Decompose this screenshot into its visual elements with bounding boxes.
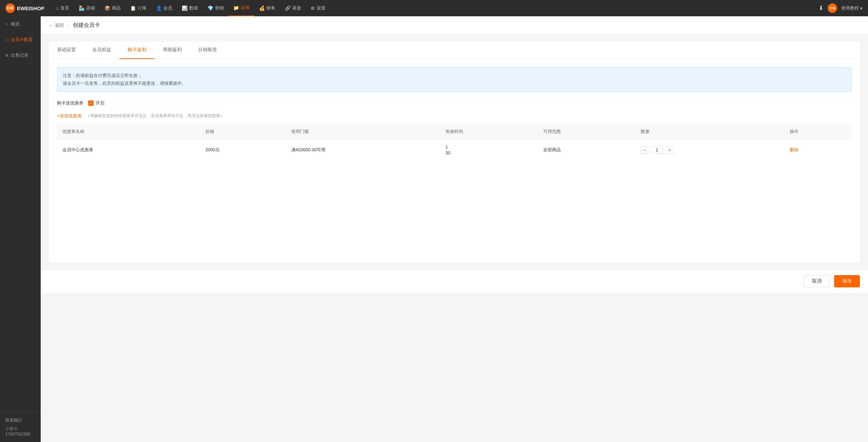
- cell-quantity: − 1 +: [635, 139, 784, 161]
- top-right-actions: ⬇ iTA 使用教程 ▾: [818, 3, 863, 13]
- main-content: ← 返回 | 创建会员卡 基础设置 会员权益 购卡返利 周期返利: [41, 16, 868, 442]
- col-scope: 可用范围: [538, 124, 635, 139]
- date-start: 1: [446, 145, 532, 150]
- contact-title: 联系我们: [5, 418, 35, 423]
- nav-orders[interactable]: 📋 订单: [125, 0, 151, 16]
- products-icon: 📦: [104, 5, 110, 11]
- home-icon: ⌂: [56, 5, 59, 11]
- download-icon[interactable]: ⬇: [818, 4, 824, 12]
- tab-member-benefits[interactable]: 会员权益: [84, 41, 119, 59]
- cell-threshold: 满¥20000.00可用: [286, 139, 440, 161]
- content-area: 基础设置 会员权益 购卡返利 周期返利 分销裂变 注意：此: [41, 35, 868, 269]
- top-navigation: EW EWEISHOP ⌂ 首页 🏪 店铺 📦 商品 📋 订单 👤 会员 📊 数…: [0, 0, 868, 16]
- quantity-control: − 1 +: [641, 146, 779, 154]
- apps-icon: 📁: [233, 5, 239, 11]
- finance-icon: 💰: [259, 5, 265, 11]
- contact-phone: 17667552398: [5, 432, 35, 437]
- channels-icon: 🔗: [285, 5, 291, 11]
- chevron-down-icon: ▾: [860, 6, 863, 11]
- orders-icon: 📋: [130, 5, 136, 11]
- sidebar-contact: 联系我们 小客斗 17667552398: [0, 412, 41, 442]
- sidebar-item-overview[interactable]: ○ 概览: [0, 16, 41, 32]
- coupon-table: 优惠券名称 价格 使用门槛 有效时间 可用范围 数量 操作 会员中心优惠券 20: [57, 124, 852, 161]
- purchase-coupon-row: 购卡送优惠券 ✓ 开启: [57, 100, 852, 106]
- table-row: 会员中心优惠券 2000元 满¥20000.00可用 1 30 全部商品: [57, 139, 852, 161]
- cell-action: 删除: [784, 139, 852, 161]
- avatar[interactable]: iTA: [828, 3, 837, 13]
- overview-icon: ○: [5, 21, 8, 27]
- nav-settings[interactable]: ⚙ 设置: [306, 0, 330, 16]
- sidebar-item-sales-records[interactable]: ≡ 出售记录: [0, 47, 41, 63]
- col-threshold: 使用门槛: [286, 124, 440, 139]
- table-header-row: 优惠券名称 价格 使用门槛 有效时间 可用范围 数量 操作: [57, 124, 852, 139]
- logo-icon: EW: [5, 3, 15, 13]
- add-coupon-button[interactable]: +添加优惠券 （请确保您送的的优惠券库存充足，若优惠券库存不足，将无法发放优惠券…: [57, 113, 852, 119]
- col-validity: 有效时间: [440, 124, 538, 139]
- notice-line1: 注意：此项权益在付费完成后立即生效；: [63, 72, 846, 79]
- nav-apps[interactable]: 📁 应用: [229, 0, 254, 16]
- cell-coupon-name: 会员中心优惠券: [57, 139, 200, 161]
- nav-finance[interactable]: 💰 财务: [254, 0, 280, 16]
- members-icon: 👤: [156, 5, 162, 11]
- brand-logo[interactable]: EW EWEISHOP: [5, 3, 44, 13]
- brand-name: EWEISHOP: [17, 5, 44, 11]
- tab-distribution[interactable]: 分销裂变: [190, 41, 225, 59]
- contact-name: 小客斗: [5, 426, 35, 432]
- nav-products[interactable]: 📦 商品: [100, 0, 125, 16]
- back-button[interactable]: ← 返回: [49, 22, 64, 28]
- add-coupon-hint: （请确保您送的的优惠券库存充足，若优惠券库存不足，将无法发放优惠券）: [86, 113, 224, 119]
- nav-data[interactable]: 📊 数据: [177, 0, 203, 16]
- membership-icon: □: [5, 37, 8, 42]
- col-price: 价格: [200, 124, 286, 139]
- col-quantity: 数量: [635, 124, 784, 139]
- settings-icon: ⚙: [311, 5, 315, 11]
- nav-marketing[interactable]: 💎 营销: [203, 0, 229, 16]
- nav-members[interactable]: 👤 会员: [151, 0, 177, 16]
- data-icon: 📊: [182, 5, 188, 11]
- tab-content-purchase-rebate: 注意：此项权益在付费完成后立即生效； 该会员卡一旦发售，此页的权益设置将不能更改…: [49, 59, 860, 263]
- back-arrow-icon: ←: [49, 23, 54, 28]
- col-name: 优惠券名称: [57, 124, 200, 139]
- tab-bar: 基础设置 会员权益 购卡返利 周期返利 分销裂变: [49, 41, 860, 59]
- cell-price: 2000元: [200, 139, 286, 161]
- save-button[interactable]: 保存: [834, 275, 860, 287]
- tab-cycle-rebate[interactable]: 周期返利: [155, 41, 190, 59]
- sidebar-item-membership-config[interactable]: □ 会员卡配置: [0, 32, 41, 47]
- delete-button[interactable]: 删除: [790, 147, 798, 152]
- purchase-coupon-checkbox[interactable]: ✓ 开启: [88, 100, 104, 106]
- page-header: ← 返回 | 创建会员卡: [41, 16, 868, 35]
- col-action: 操作: [784, 124, 852, 139]
- cell-validity: 1 30: [440, 139, 538, 161]
- nav-store[interactable]: 🏪 店铺: [74, 0, 100, 16]
- cell-scope: 全部商品: [538, 139, 635, 161]
- tab-basic-settings[interactable]: 基础设置: [49, 41, 84, 59]
- page-title: 创建会员卡: [73, 22, 100, 29]
- notice-box: 注意：此项权益在付费完成后立即生效； 该会员卡一旦发售，此页的权益设置将不能更改…: [57, 67, 852, 92]
- page-footer: 取消 保存: [41, 269, 868, 293]
- date-end: 30: [446, 150, 532, 155]
- sidebar: ○ 概览 □ 会员卡配置 ≡ 出售记录 联系我们 小客斗 17667552398: [0, 16, 41, 442]
- date-range: 1 30: [446, 145, 532, 155]
- nav-home[interactable]: ⌂ 首页: [51, 0, 74, 16]
- quantity-decrease-button[interactable]: −: [641, 146, 648, 154]
- marketing-icon: 💎: [208, 5, 213, 11]
- store-icon: 🏪: [79, 5, 84, 11]
- tab-purchase-rebate[interactable]: 购卡返利: [119, 41, 155, 59]
- checkbox-label: 开启: [96, 100, 104, 106]
- records-icon: ≡: [5, 53, 8, 58]
- purchase-coupon-label: 购卡送优惠券: [57, 100, 84, 106]
- nav-channels[interactable]: 🔗 渠道: [280, 0, 306, 16]
- cancel-button[interactable]: 取消: [804, 275, 830, 287]
- notice-line2: 该会员卡一旦发售，此页的权益设置将不能更改，请慎重操作。: [63, 79, 846, 87]
- user-guide-btn[interactable]: 使用教程 ▾: [841, 5, 863, 11]
- quantity-increase-button[interactable]: +: [666, 146, 673, 154]
- checkbox-checked-icon: ✓: [88, 100, 94, 106]
- quantity-value: 1: [651, 146, 663, 154]
